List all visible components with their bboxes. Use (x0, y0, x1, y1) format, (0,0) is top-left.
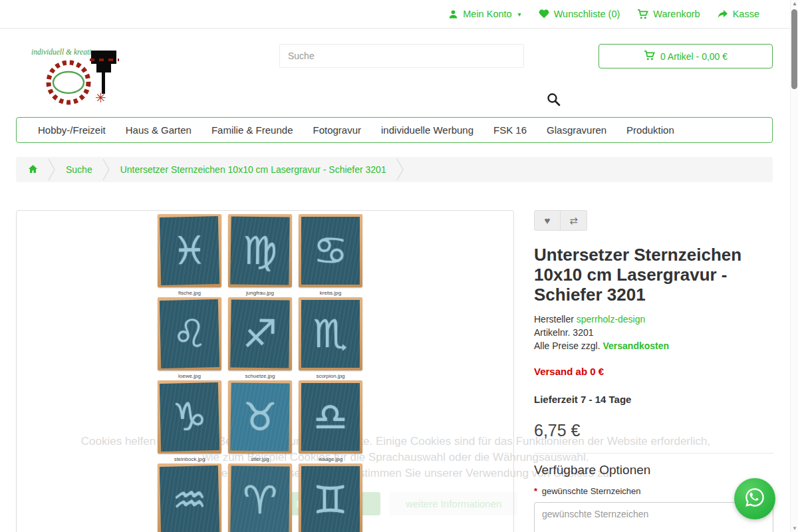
coaster-thumb[interactable]: ♎ waage.jpg (299, 380, 362, 464)
zodiac-aries-icon: ♈ (243, 481, 278, 520)
required-mark: * (534, 486, 537, 496)
checkout-label: Kasse (733, 9, 759, 19)
product-image-panel[interactable]: ♓ fische.jpg ♍ jungfrau.jpg ♋ krebs.jpg … (16, 210, 514, 532)
breadcrumb-suche[interactable]: Suche (57, 164, 102, 175)
cart-link[interactable]: Warenkorb (637, 9, 700, 19)
shipping-promo: Versand ab 0 € (534, 366, 773, 377)
nav-item-fsk16[interactable]: FSK 16 (483, 124, 537, 136)
tax-row: Alle Preise zzgl. Versandkosten (534, 339, 773, 352)
search-button[interactable] (542, 90, 565, 110)
coaster-thumb[interactable]: ♊ zwillinge.jpg (299, 464, 362, 532)
zodiac-cancer-icon: ♋ (313, 231, 348, 270)
product-title: Untersetzer Sternzeichen 10x10 cm Laserg… (534, 245, 773, 305)
image-filename: jungfrau.jpg (228, 290, 292, 296)
user-icon (448, 9, 458, 19)
tax-note: Alle Preise zzgl. (534, 340, 600, 351)
cart-icon (644, 51, 655, 63)
option-label: gewünschte Sternzeichen (542, 486, 641, 496)
gear-shape (49, 63, 88, 102)
image-filename: krebs.jpg (299, 290, 362, 296)
shop-logo[interactable]: individuell & kreativ ✳ (30, 43, 130, 109)
zodiac-libra-icon: ♎ (313, 398, 348, 436)
breadcrumb: Suche Untersetzer Sternzeichen 10x10 cm … (16, 157, 773, 182)
manufacturer-link[interactable]: sperrholz-design (577, 314, 646, 325)
nav-item-glasgravuren[interactable]: Glasgravuren (537, 124, 616, 136)
breadcrumb-current[interactable]: Untersetzer Sternzeichen 10x10 cm Laserg… (111, 164, 396, 175)
product-info-column: ♥ ⇄ Untersetzer Sternzeichen 10x10 cm La… (534, 210, 773, 532)
wishlist-link[interactable]: Wunschliste (0) (539, 9, 620, 19)
image-filename: schuetze.jpg (228, 373, 292, 379)
nav-item-haus-garten[interactable]: Haus & Garten (116, 124, 201, 136)
wishlist-label: Wunschliste (0) (554, 9, 620, 19)
logo-text-svg: individuell & kreativ (31, 48, 95, 56)
zodiac-capricorn-icon: ♑ (172, 397, 207, 436)
home-icon (28, 165, 38, 176)
nav-item-hobby-freizeit[interactable]: Hobby-/Freizeit (28, 124, 116, 136)
zodiac-leo-icon: ♌ (172, 314, 207, 353)
zodiac-pisces-icon: ♓ (172, 231, 207, 270)
chevron-down-icon: ▾ (518, 11, 521, 18)
nav-item-familie-freunde[interactable]: Familie & Freunde (201, 124, 303, 136)
breadcrumb-separator (396, 157, 405, 182)
main-nav: Hobby-/Freizeit Haus & Garten Familie & … (16, 117, 773, 143)
whatsapp-button[interactable] (734, 478, 775, 519)
scroll-down-arrow[interactable]: ▼ (791, 525, 798, 531)
account-label: Mein Konto (463, 9, 511, 19)
nav-item-produktion[interactable]: Produktion (616, 124, 684, 136)
image-filename: stier.jpg (228, 456, 292, 462)
breadcrumb-separator (102, 157, 111, 182)
coaster-thumb[interactable]: ♈ widder.jpg (228, 464, 292, 532)
coaster-thumb[interactable]: ♋ krebs.jpg (299, 214, 362, 297)
coaster-thumb[interactable]: ♒ wassermann.jpg (158, 464, 221, 532)
zodiac-virgo-icon: ♍ (243, 231, 278, 271)
nav-item-individuelle-werbung[interactable]: individuelle Werbung (371, 124, 483, 136)
coaster-thumb[interactable]: ♌ loewe.jpg (158, 297, 221, 380)
heart-icon: ♥ (545, 215, 551, 226)
coaster-thumb[interactable]: ♐ schuetze.jpg (228, 297, 292, 380)
coaster-thumb[interactable]: ♑ steinbock.jpg (158, 380, 221, 464)
compare-button[interactable]: ⇄ (561, 210, 587, 231)
cart-icon (637, 9, 648, 19)
image-filename: fische.jpg (158, 290, 221, 296)
zodiac-gemini-icon: ♊ (313, 481, 348, 519)
coaster-thumb[interactable]: ♏ scorpion.jpg (299, 297, 362, 380)
coaster-thumb[interactable]: ♉ stier.jpg (228, 380, 292, 464)
cart-total-label: 0 Artikel - 0,00 € (660, 51, 728, 62)
zodiac-taurus-icon: ♉ (243, 398, 278, 437)
add-to-wishlist-button[interactable]: ♥ (534, 210, 561, 231)
topbar: Mein Konto ▾ Wunschliste (0) Warenkorb K… (0, 0, 790, 29)
scrollbar-thumb[interactable] (791, 9, 797, 89)
share-arrow-icon (718, 9, 728, 19)
image-filename: loewe.jpg (158, 373, 221, 379)
coaster-thumb[interactable]: ♓ fische.jpg (158, 214, 221, 297)
laser-head-shape: ✳ (90, 51, 119, 105)
checkout-link[interactable]: Kasse (718, 9, 759, 19)
cart-total-button[interactable]: 0 Artikel - 0,00 € (598, 44, 773, 68)
zodiac-aquarius-icon: ♒ (172, 480, 207, 519)
image-filename: waage.jpg (299, 456, 362, 462)
laser-spark-icon: ✳ (95, 90, 106, 105)
options-heading: Verfügbare Optionen (534, 463, 773, 477)
shipping-costs-link[interactable]: Versandkosten (602, 340, 669, 351)
product-price: 6,75 € (534, 421, 773, 440)
zodiac-scorpio-icon: ♏ (313, 315, 348, 353)
search-area (279, 44, 524, 68)
sku-row: Artikelnr. 3201 (534, 326, 773, 339)
scrollbar[interactable]: ▲ ▼ (790, 0, 798, 532)
divider (534, 453, 773, 454)
scroll-up-arrow[interactable]: ▲ (791, 1, 798, 7)
cart-label: Warenkorb (653, 9, 700, 19)
product-image-grid: ♓ fische.jpg ♍ jungfrau.jpg ♋ krebs.jpg … (158, 214, 384, 532)
whatsapp-icon (741, 484, 768, 513)
breadcrumb-home[interactable] (27, 164, 47, 176)
logo-ellipse (53, 72, 84, 93)
search-input[interactable] (279, 44, 524, 68)
coaster-thumb[interactable]: ♍ jungfrau.jpg (228, 214, 292, 297)
image-filename: steinbock.jpg (158, 456, 221, 462)
image-filename: scorpion.jpg (299, 373, 362, 379)
account-menu[interactable]: Mein Konto ▾ (448, 9, 521, 19)
search-icon (547, 98, 561, 108)
delivery-time: Lieferzeit 7 - 14 Tage (534, 394, 773, 405)
heart-icon (539, 9, 549, 19)
nav-item-fotogravur[interactable]: Fotogravur (303, 124, 371, 136)
